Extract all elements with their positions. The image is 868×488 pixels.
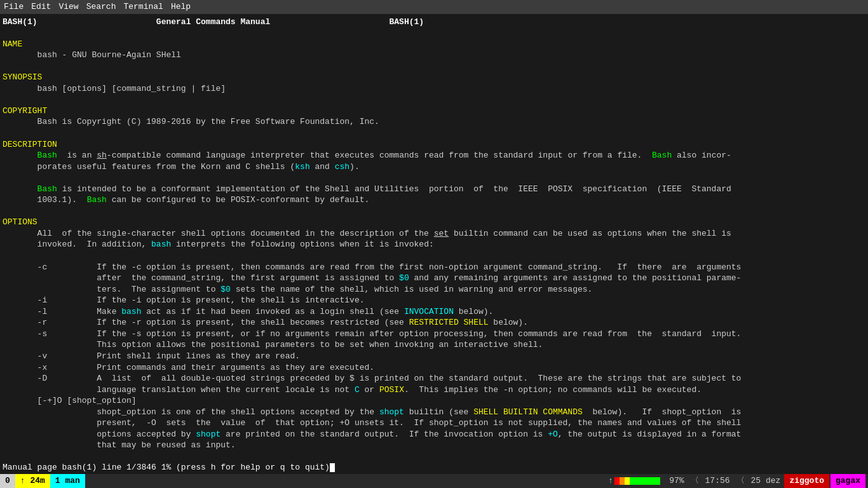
menu-help[interactable]: Help bbox=[171, 1, 191, 13]
menu-view[interactable]: View bbox=[58, 1, 78, 13]
status-bar: Manual page bash(1) line 1/3846 1% (pres… bbox=[0, 461, 868, 474]
tag-user: ziggoto bbox=[784, 474, 829, 488]
battery-visual bbox=[614, 477, 665, 485]
menu-edit[interactable]: Edit bbox=[31, 1, 51, 13]
menu-terminal[interactable]: Terminal bbox=[123, 1, 163, 13]
bottom-bar: 0 ↑ 24m 1 man ↑ 97% 〈 17:56 〈 25 dez zig… bbox=[0, 474, 868, 488]
battery-percent: 97% bbox=[669, 475, 684, 487]
tag-uptime: ↑ 24m bbox=[15, 474, 50, 488]
battery-section: ↑ 97% 〈 17:56 〈 25 dez ziggoto gagax bbox=[608, 474, 865, 488]
terminal-content: BASH(1) General Commands Manual BASH(1) … bbox=[0, 14, 868, 462]
tag-host: gagax bbox=[831, 474, 865, 488]
tag-session: 1 man bbox=[50, 474, 85, 488]
man-page-text: BASH(1) General Commands Manual BASH(1) … bbox=[0, 17, 868, 451]
angle-left-1: 〈 bbox=[691, 475, 699, 487]
status-input: Manual page bash(1) line 1/3846 1% (pres… bbox=[0, 461, 868, 474]
menu-file[interactable]: File bbox=[4, 1, 24, 13]
bat-orange bbox=[620, 477, 625, 485]
calendar-date: 25 dez bbox=[751, 475, 781, 487]
clock-time: 17:56 bbox=[705, 475, 730, 487]
angle-left-2: 〈 bbox=[736, 475, 745, 487]
tag-window-num[interactable]: 0 bbox=[0, 474, 15, 488]
bat-green bbox=[630, 477, 660, 485]
battery-up-arrow: ↑ bbox=[608, 475, 613, 487]
bat-yellow bbox=[625, 477, 630, 485]
bat-red bbox=[614, 477, 620, 485]
menu-search[interactable]: Search bbox=[86, 1, 116, 13]
menu-bar: File Edit View Search Terminal Help bbox=[0, 0, 868, 14]
